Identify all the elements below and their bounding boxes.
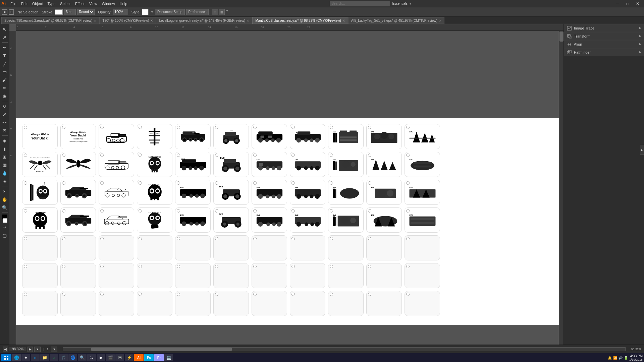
image-trace-panel-header[interactable]: Image Trace ▶ [564, 24, 644, 32]
taskbar-game[interactable]: 🎮 [115, 354, 124, 361]
tile-4-10[interactable]: EVE [366, 207, 402, 233]
tile-radio[interactable] [215, 181, 218, 185]
tile-radio[interactable] [406, 209, 410, 213]
tile-2-4[interactable]: LUCKYSTRIKE [137, 152, 172, 177]
tile-radio[interactable] [139, 237, 142, 240]
tile-radio[interactable] [291, 126, 295, 129]
tile-radio[interactable] [215, 154, 218, 157]
tile-radio[interactable] [139, 126, 142, 129]
tile-1-10[interactable]: EVE [366, 124, 402, 149]
tile-radio[interactable] [291, 293, 295, 296]
scrollbar-thumb-v[interactable] [559, 32, 564, 42]
align-panel-header[interactable]: Align ▶ [564, 40, 644, 48]
tile-empty-6-4[interactable] [137, 263, 172, 288]
tile-radio[interactable] [406, 237, 410, 240]
tile-empty-5-4[interactable] [137, 235, 172, 260]
rectangle-tool[interactable]: ▭ [1, 68, 8, 75]
paintbrush-tool[interactable]: 🖌 [1, 76, 8, 83]
tile-radio[interactable] [330, 154, 333, 157]
pencil-tool[interactable]: ✏ [1, 84, 8, 92]
tile-radio[interactable] [330, 209, 333, 213]
tile-empty-6-7[interactable] [252, 263, 287, 288]
tile-radio[interactable] [330, 126, 333, 129]
blob-brush-tool[interactable]: ◉ [1, 92, 8, 100]
tile-empty-5-3[interactable] [99, 235, 134, 260]
tile-radio[interactable] [24, 265, 27, 268]
taskbar-photoshop[interactable]: Ps [144, 354, 154, 361]
tile-radio[interactable] [291, 154, 295, 157]
style-arrow-icon[interactable]: ▼ [151, 10, 154, 14]
tile-radio[interactable] [406, 154, 410, 157]
tile-empty-6-2[interactable] [60, 263, 96, 288]
maximize-button[interactable]: □ [623, 0, 633, 7]
tile-empty-6-8[interactable] [290, 263, 325, 288]
tile-radio[interactable] [100, 265, 104, 268]
align-collapse-icon[interactable]: ▶ [639, 43, 641, 46]
tile-4-11[interactable]: EVE [405, 207, 440, 233]
tile-radio[interactable] [368, 293, 371, 296]
stroke-style-select[interactable]: Round Miter Bevel [77, 9, 95, 15]
taskbar-premiere[interactable]: Pr [154, 354, 164, 361]
taskbar-unknown[interactable]: ⚡ [125, 354, 133, 361]
tile-radio[interactable] [139, 181, 142, 185]
tile-radio[interactable] [291, 265, 295, 268]
panel-toggle-button[interactable]: ▶ [640, 145, 644, 155]
tile-2-6[interactable]: EVE [213, 152, 249, 177]
tab-close-4[interactable]: ✕ [439, 19, 441, 22]
tile-radio[interactable] [406, 293, 410, 296]
tile-4-2[interactable] [60, 207, 96, 233]
page-dropdown-button[interactable]: ▼ [51, 347, 57, 352]
tile-empty-6-5[interactable] [175, 263, 211, 288]
opacity-input[interactable] [113, 9, 128, 15]
tile-3-10[interactable]: EVE [366, 180, 402, 205]
tile-radio[interactable] [100, 209, 104, 213]
pathfinder-panel-header[interactable]: Pathfinder ▶ [564, 48, 644, 56]
tile-radio[interactable] [24, 209, 27, 213]
tile-empty-5-6[interactable] [213, 235, 249, 260]
tile-empty-6-6[interactable] [213, 263, 249, 288]
tile-radio[interactable] [406, 265, 410, 268]
tab-close-2[interactable]: ✕ [247, 19, 249, 22]
preferences-button[interactable]: Preferences [186, 9, 209, 15]
fill-color-box[interactable]: ■ [2, 9, 7, 15]
pathfinder-collapse-icon[interactable]: ▶ [639, 51, 641, 54]
tile-empty-5-1[interactable] [22, 235, 58, 260]
tile-radio[interactable] [253, 181, 257, 185]
free-transform-tool[interactable]: ⊡ [1, 127, 8, 134]
swap-fill-stroke-icon[interactable]: ⇄ [1, 224, 8, 231]
tile-radio[interactable] [368, 154, 371, 157]
taskbar-media[interactable]: ▶ [97, 354, 105, 361]
tile-2-8[interactable]: EVE [290, 152, 325, 177]
scissors-tool[interactable]: ✂ [1, 188, 8, 195]
canvas-content[interactable]: Always Watch Your Back! Always Watch You… [16, 31, 564, 345]
start-button[interactable] [1, 354, 11, 361]
tile-empty-7-1[interactable] [22, 291, 58, 316]
tile-radio[interactable] [177, 237, 180, 240]
tab-close-0[interactable]: ✕ [94, 19, 96, 22]
tile-radio[interactable] [24, 154, 27, 157]
tile-4-8[interactable]: EVE [290, 207, 325, 233]
tile-empty-7-5[interactable] [175, 291, 211, 316]
tile-radio[interactable] [24, 293, 27, 296]
symbol-sprayer-tool[interactable]: ⊕ [1, 137, 8, 144]
taskbar-other[interactable]: 💻 [164, 354, 173, 361]
minimize-button[interactable]: ─ [612, 0, 623, 7]
tile-empty-7-2[interactable] [60, 291, 96, 316]
panel-collapse-icon[interactable]: ▶ [639, 26, 641, 29]
taskbar-chrome[interactable]: 🌐 [12, 354, 21, 361]
tile-radio[interactable] [62, 154, 65, 157]
taskbar-illustrator[interactable]: Ai [134, 354, 144, 361]
tile-3-11[interactable]: EVE [405, 180, 440, 205]
document-setup-button[interactable]: Document Setup [155, 9, 185, 15]
tile-radio[interactable] [291, 181, 295, 185]
eyedropper-tool[interactable]: 💧 [1, 169, 8, 177]
tile-3-6[interactable]: EVE [213, 180, 249, 205]
stroke-size-input[interactable] [64, 9, 76, 15]
tile-2-1[interactable]: Mantis701 The Rides, Let the Ride be Rid… [22, 152, 58, 177]
tile-1-8[interactable]: EVE [290, 124, 325, 149]
stroke-color[interactable] [55, 9, 63, 15]
tile-2-10[interactable]: EVE [366, 152, 402, 177]
arrange-windows-button[interactable]: ⊞ [212, 9, 218, 15]
tile-radio[interactable] [177, 265, 180, 268]
tile-radio[interactable] [253, 293, 257, 296]
